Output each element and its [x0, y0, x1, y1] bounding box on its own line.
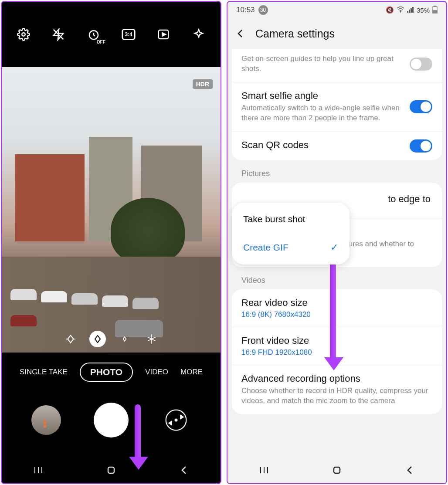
- settings-header: Camera settings: [227, 18, 446, 49]
- zoom-controls: [2, 331, 221, 347]
- rear-video-value: 16:9 (8K) 7680x4320: [241, 310, 432, 319]
- rear-video-title: Rear video size: [241, 297, 432, 309]
- svg-rect-16: [411, 8, 412, 13]
- scan-qr-toggle[interactable]: [410, 139, 432, 153]
- wifi-icon: [397, 7, 404, 14]
- aspect-ratio-button[interactable]: 3:4: [120, 26, 137, 43]
- advanced-recording-row[interactable]: Advanced recording options Choose whethe…: [232, 365, 442, 414]
- svg-rect-19: [434, 6, 436, 7]
- shot-guide-sub: Get on-screen guides to help you line up…: [241, 54, 404, 74]
- home-icon[interactable]: [330, 464, 343, 477]
- scan-qr-row[interactable]: Scan QR codes: [232, 132, 442, 160]
- hdr-badge: HDR: [193, 79, 213, 89]
- timer-label: OFF: [97, 40, 105, 44]
- mute-icon: 🔇: [386, 6, 394, 14]
- swipe-shutter-popup: Take burst shot Create GIF ✓: [232, 203, 350, 265]
- camera-toolbar: OFF 3:4: [2, 2, 221, 67]
- settings-gear-icon[interactable]: [15, 26, 32, 43]
- status-bar: 10:53 30 🔇 35%: [227, 2, 446, 18]
- timer-icon[interactable]: OFF: [85, 26, 102, 43]
- camera-app-screen: OFF 3:4 HDR SINGLE TAKE PHOTO VIDEO: [1, 1, 221, 484]
- smart-selfie-sub: Automatically switch to a wide-angle sel…: [241, 103, 404, 123]
- popup-burst-label: Take burst shot: [243, 214, 305, 224]
- check-icon: ✓: [330, 242, 338, 253]
- notification-count-badge: 30: [258, 5, 268, 15]
- battery-percent: 35%: [417, 7, 430, 14]
- svg-marker-6: [163, 33, 166, 36]
- camera-modes: SINGLE TAKE PHOTO VIDEO MORE: [2, 353, 221, 392]
- svg-rect-15: [409, 10, 410, 13]
- flip-camera-button[interactable]: [161, 405, 191, 435]
- motion-photo-icon[interactable]: [155, 26, 172, 43]
- svg-rect-14: [407, 11, 408, 13]
- mode-more[interactable]: MORE: [180, 368, 203, 376]
- section-videos-label: Videos: [232, 273, 442, 289]
- front-video-row[interactable]: Front video size 16:9 FHD 1920x1080: [232, 327, 442, 365]
- advanced-sub: Choose whether to record in HDR quality,…: [241, 386, 432, 406]
- smart-selfie-title: Smart selfie angle: [241, 90, 404, 102]
- zoom-ultrawide-icon[interactable]: [62, 331, 79, 347]
- settings-list[interactable]: Get on-screen guides to help you line up…: [227, 49, 446, 457]
- home-icon[interactable]: [105, 464, 118, 477]
- signal-icon: [407, 7, 414, 14]
- popup-create-gif[interactable]: Create GIF ✓: [232, 233, 350, 262]
- android-navbar: [227, 457, 446, 483]
- shutter-button[interactable]: [94, 403, 129, 438]
- back-icon[interactable]: [403, 464, 416, 477]
- gallery-thumbnail[interactable]: [31, 405, 61, 435]
- camera-controls: [2, 392, 221, 457]
- battery-icon: [432, 6, 438, 15]
- flash-off-icon[interactable]: [50, 26, 67, 43]
- front-video-value: 16:9 FHD 1920x1080: [241, 348, 432, 357]
- zoom-tele-icon[interactable]: [116, 331, 133, 347]
- rear-video-row[interactable]: Rear video size 16:9 (8K) 7680x4320: [232, 289, 442, 327]
- zoom-super-tele-icon[interactable]: [143, 331, 160, 347]
- front-video-title: Front video size: [241, 335, 432, 346]
- section-pictures-label: Pictures: [232, 166, 442, 183]
- advanced-title: Advanced recording options: [241, 373, 432, 384]
- svg-point-0: [22, 33, 25, 36]
- shot-guide-row[interactable]: Get on-screen guides to help you line up…: [232, 49, 442, 82]
- mode-video[interactable]: VIDEO: [145, 368, 168, 376]
- smart-selfie-toggle[interactable]: [410, 100, 432, 113]
- videos-card: Rear video size 16:9 (8K) 7680x4320 Fron…: [232, 289, 442, 414]
- android-navbar: [2, 457, 221, 483]
- shot-guide-toggle[interactable]: [410, 58, 432, 71]
- back-chevron-icon[interactable]: [235, 28, 246, 39]
- recents-icon[interactable]: [32, 464, 45, 477]
- svg-rect-24: [334, 467, 340, 473]
- intelligent-features-card: Get on-screen guides to help you line up…: [232, 49, 442, 160]
- back-icon[interactable]: [177, 464, 190, 477]
- aspect-ratio-label: 3:4: [125, 31, 132, 37]
- scan-qr-title: Scan QR codes: [241, 139, 404, 151]
- popup-burst-shot[interactable]: Take burst shot: [232, 205, 350, 233]
- recents-icon[interactable]: [258, 464, 271, 477]
- camera-settings-screen: 10:53 30 🔇 35% Camera settings Get on-sc…: [227, 1, 447, 484]
- popup-gif-label: Create GIF: [243, 242, 288, 253]
- page-title: Camera settings: [255, 27, 335, 40]
- svg-point-13: [400, 11, 401, 12]
- mode-single-take[interactable]: SINGLE TAKE: [20, 368, 68, 376]
- svg-point-8: [175, 419, 177, 421]
- status-time: 10:53: [236, 6, 255, 14]
- mode-photo[interactable]: PHOTO: [80, 363, 133, 382]
- svg-rect-17: [412, 7, 414, 13]
- zoom-wide-icon[interactable]: [89, 331, 106, 347]
- svg-rect-20: [433, 10, 437, 13]
- svg-rect-12: [108, 467, 114, 473]
- filters-icon[interactable]: [190, 26, 207, 43]
- smart-selfie-row[interactable]: Smart selfie angle Automatically switch …: [232, 82, 442, 132]
- camera-viewfinder[interactable]: HDR: [2, 67, 221, 353]
